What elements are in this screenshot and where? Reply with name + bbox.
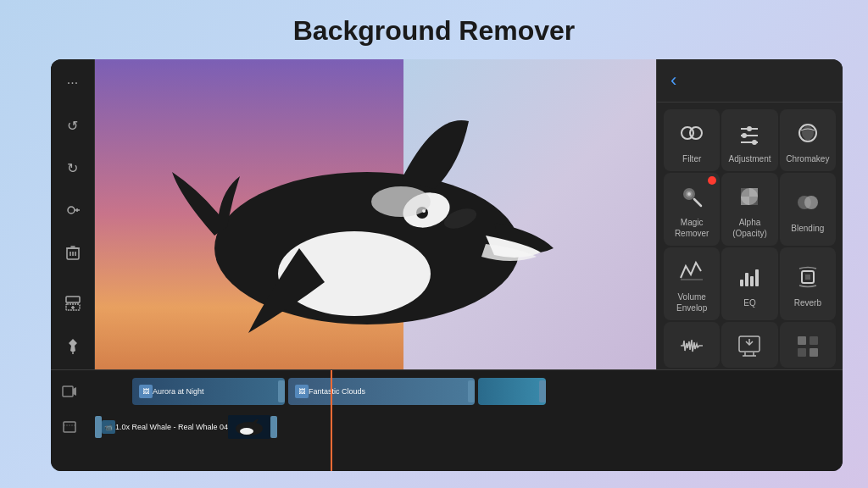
page-title: Background Remover — [293, 15, 576, 47]
volume-envelop-icon — [676, 256, 707, 286]
panel-item-eq[interactable]: EQ — [721, 247, 777, 320]
timeline-tracks: 0:16:789 🖼 Aurora at Night 🖼 Fan — [51, 370, 843, 471]
svg-point-39 — [804, 196, 818, 209]
panel-item-volume[interactable]: Volume Envelop — [664, 247, 720, 320]
clip-clouds-2[interactable] — [478, 378, 546, 405]
svg-point-26 — [742, 133, 747, 138]
redo-icon[interactable]: ↻ — [59, 154, 86, 181]
panel-item-waveform[interactable] — [664, 322, 720, 368]
panel-item-adjustment[interactable]: Adjustment — [721, 109, 777, 171]
preview-area — [95, 59, 656, 369]
chromakey-icon — [793, 118, 823, 148]
reverb-icon — [793, 262, 823, 292]
svg-rect-48 — [798, 336, 806, 345]
blending-label: Blending — [791, 223, 824, 234]
clip-clouds-label: Fantastic Clouds — [309, 387, 365, 396]
timeline-area: 0:16:789 🖼 Aurora at Night 🖼 Fan — [51, 369, 843, 471]
panel-item-reverb[interactable]: Reverb — [780, 247, 836, 320]
track-whale-icon — [51, 413, 88, 441]
panel-item-filter[interactable]: Filter — [664, 109, 720, 171]
reverb-label: Reverb — [794, 297, 821, 308]
whale-thumbnail — [228, 415, 270, 439]
svg-rect-40 — [681, 279, 703, 280]
svg-rect-53 — [64, 422, 75, 432]
clip-clouds-icon: 🖼 — [295, 385, 309, 398]
clip-fantastic-clouds[interactable]: 🖼 Fantastic Clouds — [288, 378, 475, 405]
left-sidebar: ··· ↺ ↻ — [51, 59, 95, 369]
whale-preview — [95, 59, 656, 369]
panel-back-header: ‹ — [657, 59, 843, 103]
panel-item-alpha[interactable]: Alpha (Opacity) — [721, 173, 777, 246]
svg-rect-9 — [66, 297, 80, 302]
panel-item-blending[interactable]: Blending — [780, 173, 836, 246]
magic-remover-icon — [676, 181, 707, 212]
alpha-label: Alpha (Opacity) — [725, 217, 774, 239]
waveform-icon — [676, 330, 707, 361]
svg-point-57 — [240, 428, 253, 435]
alpha-icon — [734, 181, 765, 212]
volume-envelop-label: Volume Envelop — [667, 291, 716, 313]
panel-item-pattern[interactable] — [780, 322, 836, 368]
svg-rect-43 — [750, 276, 754, 286]
eq-label: EQ — [743, 297, 755, 308]
svg-rect-50 — [798, 348, 806, 357]
panel-item-chromakey[interactable]: Chromakey — [780, 109, 836, 171]
svg-point-19 — [371, 186, 431, 217]
svg-rect-51 — [810, 348, 818, 357]
clip-whale-end-handle[interactable] — [270, 416, 277, 438]
svg-point-28 — [752, 140, 757, 145]
more-options-icon[interactable]: ··· — [59, 69, 86, 97]
track-video-icon — [51, 378, 88, 405]
undo-icon[interactable]: ↺ — [59, 112, 86, 139]
clip-aurora-label: Aurora at Night — [153, 387, 204, 396]
filter-label: Filter — [682, 153, 701, 164]
pattern-grid-icon — [793, 330, 823, 361]
svg-rect-44 — [755, 269, 759, 286]
eq-icon — [734, 262, 765, 292]
clip-real-whale[interactable]: 📹 1.0x Real Whale - Real Whale 04 — [88, 413, 277, 441]
clip-clouds2-end-handle[interactable] — [539, 380, 546, 402]
svg-point-24 — [747, 126, 752, 131]
chromakey-label: Chromakey — [786, 153, 829, 164]
export-frame-icon — [734, 330, 765, 361]
track-row-video: 🖼 Aurora at Night 🖼 Fantastic Clouds — [51, 375, 843, 408]
svg-rect-52 — [63, 386, 73, 396]
add-track-icon[interactable] — [59, 290, 86, 317]
app-container: ··· ↺ ↻ — [51, 59, 843, 471]
filter-icon — [676, 118, 707, 148]
playhead[interactable]: 0:16:789 — [331, 370, 332, 471]
delete-icon[interactable] — [59, 239, 86, 266]
magic-remover-label: Magic Remover — [667, 217, 716, 239]
svg-point-0 — [68, 207, 75, 214]
right-panel: ‹ Filter — [656, 59, 843, 369]
back-button[interactable]: ‹ — [670, 69, 676, 92]
clip-clouds-end-handle[interactable] — [468, 380, 475, 402]
svg-point-37 — [741, 188, 758, 205]
track-row-whale: 📹 1.0x Real Whale - Real Whale 04 — [51, 411, 843, 443]
clip-whale-label: 1.0x Real Whale - Real Whale 04 — [115, 423, 228, 431]
svg-rect-49 — [810, 336, 818, 345]
blending-icon — [793, 187, 823, 218]
clip-whale-start-handle[interactable] — [95, 416, 102, 438]
svg-rect-41 — [740, 280, 743, 286]
adjustment-icon — [734, 118, 765, 148]
panel-item-export-frame[interactable] — [721, 322, 777, 368]
magic-remover-badge — [708, 176, 716, 185]
pin-icon[interactable] — [59, 332, 86, 359]
clip-whale-icon: 📹 — [102, 420, 115, 434]
panel-grid: Filter Adjustment — [657, 103, 843, 369]
clip-aurora-at-night[interactable]: 🖼 Aurora at Night — [132, 378, 285, 405]
svg-rect-42 — [745, 273, 748, 286]
key-icon[interactable] — [59, 197, 86, 224]
adjustment-label: Adjustment — [728, 153, 771, 164]
clip-aurora-end-handle[interactable] — [278, 380, 285, 402]
panel-item-magic-remover[interactable]: Magic Remover — [664, 173, 720, 246]
clip-aurora-icon: 🖼 — [139, 385, 153, 398]
main-area: ··· ↺ ↻ — [51, 59, 843, 369]
svg-point-32 — [687, 192, 691, 196]
